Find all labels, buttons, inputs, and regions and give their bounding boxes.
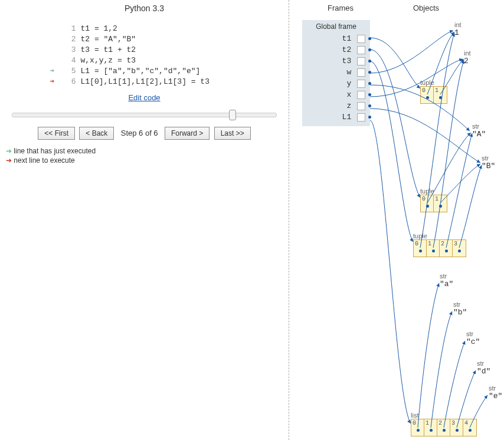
- var-z: z: [302, 100, 370, 111]
- obj-int-2: int 2: [464, 50, 471, 65]
- step-label: Step 6 of 6: [121, 129, 158, 137]
- code-block: 1t1 = 1,2 2t2 = "A","B" 3t3 = t1 + t2 4w…: [50, 24, 239, 87]
- var-L1: L1: [302, 111, 370, 123]
- obj-str-B: str "B": [482, 155, 495, 170]
- frame-title: Global frame: [302, 22, 370, 31]
- code-line-6: ➔6L1[0],L1[1],L1[2],L1[3] = t3: [50, 77, 239, 87]
- var-x: x: [302, 89, 370, 100]
- next-arrow-icon: ➔: [50, 77, 61, 87]
- var-t2: t2: [302, 44, 370, 55]
- obj-list-1: list 0 1 2 3 4: [411, 412, 477, 436]
- obj-tuple-2: tuple 0 1: [420, 188, 447, 212]
- last-button[interactable]: Last >>: [214, 127, 251, 140]
- edit-code-link[interactable]: Edit code: [0, 93, 289, 102]
- global-frame: Global frame t1 t2 t3 w y x z L1: [302, 20, 370, 126]
- obj-str-e: str "e": [489, 385, 502, 400]
- obj-int-1: int 1: [454, 21, 462, 37]
- var-t1: t1: [302, 33, 370, 44]
- page-title: Python 3.3: [0, 4, 289, 13]
- var-w: w: [302, 67, 370, 78]
- legend-next: ➔ next line to execute: [6, 156, 289, 165]
- obj-str-A: str "A": [472, 123, 486, 139]
- obj-str-a: str "a": [440, 272, 453, 288]
- code-line-4: 4w,x,y,z = t3: [50, 55, 239, 66]
- objects-header: Objects: [413, 4, 439, 12]
- first-button[interactable]: << First: [38, 127, 75, 140]
- forward-button[interactable]: Forward >: [165, 127, 210, 140]
- code-line-5: ➔5L1 = ["a","b","c","d","e"]: [50, 66, 239, 77]
- legend-executed: ➔ line that has just executed: [6, 147, 289, 155]
- obj-str-d: str "d": [477, 360, 490, 376]
- obj-str-c: str "c": [466, 330, 480, 346]
- code-line-2: 2t2 = "A","B": [50, 34, 239, 45]
- obj-tuple-3: tuple 0 1 2 3: [413, 232, 466, 257]
- var-t3: t3: [302, 55, 370, 67]
- back-button[interactable]: < Back: [79, 127, 114, 140]
- code-line-1: 1t1 = 1,2: [50, 24, 239, 34]
- obj-tuple-1: tuple 0 1: [420, 79, 447, 104]
- code-line-3: 3t3 = t1 + t2: [50, 45, 239, 55]
- executed-arrow-icon: ➔: [50, 66, 61, 77]
- obj-str-b: str "b": [453, 301, 467, 317]
- frames-header: Frames: [328, 4, 354, 12]
- step-slider[interactable]: [12, 110, 277, 121]
- var-y: y: [302, 78, 370, 89]
